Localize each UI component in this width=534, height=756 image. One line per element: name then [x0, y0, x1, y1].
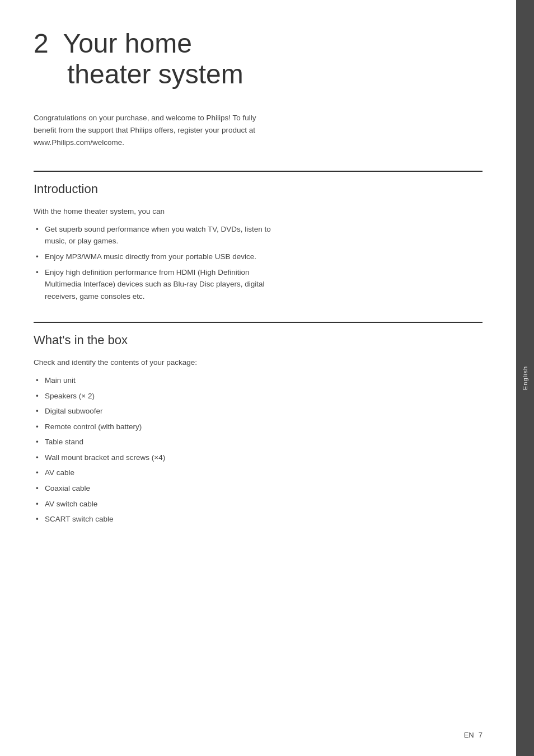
list-item: Coaxial cable — [34, 482, 280, 495]
chapter-title-line1: Your home — [63, 29, 192, 58]
footer-lang: EN — [464, 731, 474, 739]
list-item: Enjoy MP3/WMA music directly from your p… — [34, 251, 280, 263]
list-item: Digital subwoofer — [34, 405, 280, 417]
whats-in-box-section: What's in the box Check and identify the… — [34, 322, 483, 525]
list-item: AV switch cable — [34, 498, 280, 510]
introduction-paragraph: With the home theater system, you can — [34, 205, 280, 218]
chapter-number: 2 — [34, 29, 49, 58]
introduction-title: Introduction — [34, 182, 483, 196]
list-item: Speakers (× 2) — [34, 390, 280, 402]
page-container: 2 Your home theater system Congratulatio… — [0, 0, 534, 756]
list-item: Remote control (with battery) — [34, 421, 280, 433]
intro-paragraph: Congratulations on your purchase, and we… — [34, 112, 269, 148]
list-item: Table stand — [34, 436, 280, 448]
sidebar: English — [516, 0, 534, 756]
section-divider-introduction — [34, 171, 483, 172]
introduction-section: Introduction With the home theater syste… — [34, 171, 483, 302]
page-footer: EN 7 — [464, 731, 483, 739]
main-content: 2 Your home theater system Congratulatio… — [0, 0, 516, 756]
list-item: SCART switch cable — [34, 513, 280, 525]
whats-in-box-bullet-list: Main unit Speakers (× 2) Digital subwoof… — [34, 374, 280, 525]
whats-in-box-title: What's in the box — [34, 333, 483, 348]
list-item: Wall mount bracket and screws (×4) — [34, 452, 280, 464]
list-item: Enjoy high definition performance from H… — [34, 266, 280, 303]
introduction-bullet-list: Get superb sound performance when you wa… — [34, 223, 280, 303]
footer-page-number: 7 — [479, 731, 483, 739]
list-item: Main unit — [34, 374, 280, 387]
chapter-title-line2: theater system — [34, 59, 243, 89]
chapter-title: 2 Your home theater system — [34, 28, 483, 90]
list-item: AV cable — [34, 467, 280, 479]
whats-in-box-paragraph: Check and identify the contents of your … — [34, 356, 280, 369]
list-item: Get superb sound performance when you wa… — [34, 223, 280, 247]
sidebar-label: English — [522, 366, 528, 390]
section-divider-box — [34, 322, 483, 323]
